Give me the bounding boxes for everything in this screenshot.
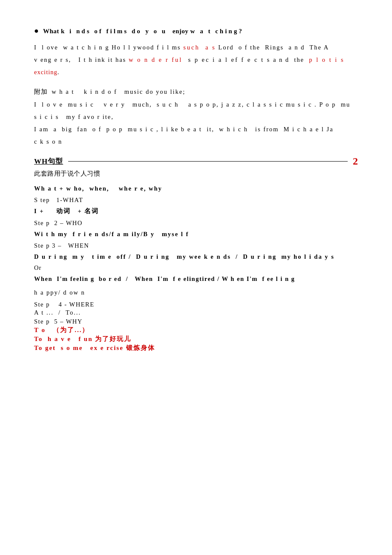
wh-number: 2 <box>353 156 358 167</box>
music-block: I l o v e mu s i c v e r y much, s u c h… <box>34 98 358 148</box>
step5-to3: To get s o me ex e rcise 锻炼身体 <box>34 344 358 352</box>
music-line3: I am a big fan o f p o p mu s i c , l i … <box>34 126 334 133</box>
music-line2: s i c i s my f avo r ite, <box>34 113 114 120</box>
answer-line1-part1: I l ove w a t c h i n g Ho l l ywood f i… <box>34 44 183 51</box>
step3-alt2: h a ppy/ d ow n <box>34 286 358 299</box>
question-block: ● What k i nds of films do y o u enjoy w… <box>34 26 358 37</box>
plotis-red: p l o t i s <box>309 56 344 63</box>
step5-label: Ste p 5 – WHY <box>34 318 358 325</box>
such-as-red: such a s <box>183 44 216 51</box>
step5-to1: T o （为了...） <box>34 326 358 334</box>
step1-label: S tep 1-WHAT <box>34 197 358 204</box>
wh-divider <box>68 161 348 162</box>
or-line: Or <box>34 264 358 272</box>
answer-block: I l ove w a t c h i n g Ho l l ywood f i… <box>34 41 358 78</box>
music-line1: I l o v e mu s i c v e r y much, s u c h… <box>34 101 350 108</box>
section-films: ● What k i nds of films do y o u enjoy w… <box>34 26 358 148</box>
step4-formula: A t ... / To... <box>34 309 358 316</box>
step3-formula: D u r i ng m y t im e off / D u r i ng m… <box>34 250 358 263</box>
music-line4: c k s o n <box>34 138 62 145</box>
wonderful-red: w o n d e r ful <box>129 56 182 63</box>
page-container: ● What k i nds of films do y o u enjoy w… <box>34 26 358 352</box>
answer-line2-part2: s p ec i a l ef f e c t s <box>182 56 271 63</box>
step1-formula: I + 动词 + 名词 <box>34 205 358 217</box>
answer-line1-part2: Lord o f the Rings a n d The A <box>216 44 329 51</box>
exciting-red: exciting <box>34 69 58 75</box>
answer-line2-part1: v eng e r s, I t h ink it has <box>34 56 129 63</box>
step3-alt: When I'm feelin g bo r ed / When I'm f e… <box>34 272 358 285</box>
wh-title-row: WH句型 2 <box>34 156 358 167</box>
step4-label: Ste p 4 - WHERE <box>34 301 358 308</box>
wh-title-text: WH句型 <box>34 156 63 166</box>
bullet-icon: ● <box>34 26 39 35</box>
answer-line2-part3: a n d the <box>271 56 309 63</box>
fuka-label: 附加 <box>34 88 52 95</box>
section-wh: WH句型 2 此套路用于说个人习惯 Wh a t + w ho, when, w… <box>34 156 358 352</box>
fuka-text: w h a t k i n d o f music do you like; <box>52 88 185 95</box>
period: . <box>58 69 60 75</box>
step3-label: Ste p 3 – WHEN <box>34 242 358 249</box>
step5-to2: To h a v e f un 为了好玩儿 <box>34 335 358 343</box>
step2-formula: Wi t h my f r i e n ds/f a m ily/B y mys… <box>34 228 358 240</box>
step2-label: Ste p 2 – WHO <box>34 220 358 227</box>
what-line: Wh a t + w ho, when, whe r e, why <box>34 182 358 195</box>
wh-desc: 此套路用于说个人习惯 <box>34 170 358 178</box>
fuka-block: 附加 w h a t k i n d o f music do you like… <box>34 88 358 96</box>
question-text: What k i nds of films do y o u enjoy w a… <box>43 26 242 37</box>
